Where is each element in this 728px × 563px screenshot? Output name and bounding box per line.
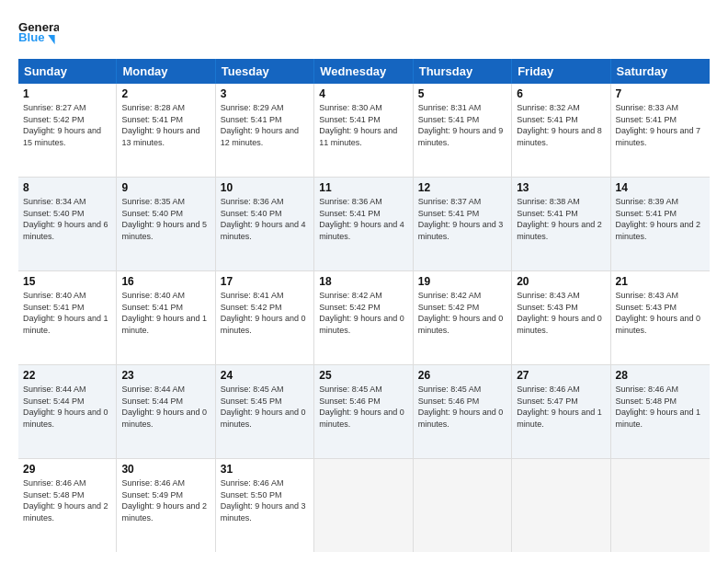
day-info: Sunrise: 8:32 AMSunset: 5:41 PMDaylight:… xyxy=(517,102,605,148)
day-number: 29 xyxy=(23,463,111,476)
day-number: 23 xyxy=(121,369,210,382)
day-info: Sunrise: 8:42 AMSunset: 5:42 PMDaylight:… xyxy=(418,290,506,336)
calendar-cell: 10Sunrise: 8:36 AMSunset: 5:40 PMDayligh… xyxy=(216,178,314,270)
calendar-cell: 25Sunrise: 8:45 AMSunset: 5:46 PMDayligh… xyxy=(314,365,413,458)
calendar-cell xyxy=(512,459,610,552)
calendar-cell: 13Sunrise: 8:38 AMSunset: 5:41 PMDayligh… xyxy=(512,178,610,270)
day-number: 5 xyxy=(418,87,506,100)
day-number: 1 xyxy=(23,87,111,100)
day-number: 31 xyxy=(221,463,309,476)
day-info: Sunrise: 8:42 AMSunset: 5:42 PMDaylight:… xyxy=(319,290,407,336)
day-info: Sunrise: 8:38 AMSunset: 5:41 PMDaylight:… xyxy=(517,196,605,242)
calendar-header: SundayMondayTuesdayWednesdayThursdayFrid… xyxy=(18,59,710,84)
day-number: 26 xyxy=(418,369,506,382)
day-info: Sunrise: 8:33 AMSunset: 5:41 PMDaylight:… xyxy=(616,102,705,148)
calendar-cell: 23Sunrise: 8:44 AMSunset: 5:44 PMDayligh… xyxy=(117,365,215,458)
header-day-sunday: Sunday xyxy=(18,59,117,84)
header: General Blue xyxy=(18,15,710,50)
day-info: Sunrise: 8:46 AMSunset: 5:47 PMDaylight:… xyxy=(517,384,605,430)
day-info: Sunrise: 8:45 AMSunset: 5:46 PMDaylight:… xyxy=(418,384,506,430)
day-info: Sunrise: 8:37 AMSunset: 5:41 PMDaylight:… xyxy=(418,196,506,242)
calendar-cell: 16Sunrise: 8:40 AMSunset: 5:41 PMDayligh… xyxy=(117,271,215,364)
day-number: 11 xyxy=(319,181,407,194)
header-day-wednesday: Wednesday xyxy=(314,59,413,84)
day-info: Sunrise: 8:28 AMSunset: 5:41 PMDaylight:… xyxy=(121,102,210,148)
calendar-cell: 22Sunrise: 8:44 AMSunset: 5:44 PMDayligh… xyxy=(18,365,117,458)
day-info: Sunrise: 8:43 AMSunset: 5:43 PMDaylight:… xyxy=(517,290,605,336)
calendar-body: 1Sunrise: 8:27 AMSunset: 5:42 PMDaylight… xyxy=(18,84,710,552)
day-number: 17 xyxy=(221,275,309,288)
day-info: Sunrise: 8:39 AMSunset: 5:41 PMDaylight:… xyxy=(616,196,705,242)
header-day-friday: Friday xyxy=(512,59,610,84)
logo: General Blue xyxy=(18,15,59,50)
calendar-cell: 26Sunrise: 8:45 AMSunset: 5:46 PMDayligh… xyxy=(414,365,512,458)
day-number: 22 xyxy=(23,369,111,382)
header-day-tuesday: Tuesday xyxy=(216,59,314,84)
header-day-saturday: Saturday xyxy=(611,59,710,84)
day-info: Sunrise: 8:27 AMSunset: 5:42 PMDaylight:… xyxy=(23,102,111,148)
day-info: Sunrise: 8:46 AMSunset: 5:48 PMDaylight:… xyxy=(616,384,705,430)
calendar-cell: 12Sunrise: 8:37 AMSunset: 5:41 PMDayligh… xyxy=(414,178,512,270)
day-number: 10 xyxy=(221,181,309,194)
calendar-cell: 27Sunrise: 8:46 AMSunset: 5:47 PMDayligh… xyxy=(512,365,610,458)
day-info: Sunrise: 8:44 AMSunset: 5:44 PMDaylight:… xyxy=(121,384,210,430)
calendar-cell xyxy=(611,459,710,552)
calendar-cell: 1Sunrise: 8:27 AMSunset: 5:42 PMDaylight… xyxy=(18,84,117,177)
day-info: Sunrise: 8:40 AMSunset: 5:41 PMDaylight:… xyxy=(23,290,111,336)
calendar-row-1: 1Sunrise: 8:27 AMSunset: 5:42 PMDaylight… xyxy=(18,84,710,178)
calendar-cell: 20Sunrise: 8:43 AMSunset: 5:43 PMDayligh… xyxy=(512,271,610,364)
calendar-cell xyxy=(414,459,512,552)
day-info: Sunrise: 8:45 AMSunset: 5:45 PMDaylight:… xyxy=(221,384,309,430)
day-number: 27 xyxy=(517,369,605,382)
header-day-thursday: Thursday xyxy=(414,59,512,84)
day-number: 13 xyxy=(517,181,605,194)
day-info: Sunrise: 8:29 AMSunset: 5:41 PMDaylight:… xyxy=(221,102,309,148)
calendar-row-5: 29Sunrise: 8:46 AMSunset: 5:48 PMDayligh… xyxy=(18,459,710,552)
calendar-cell: 9Sunrise: 8:35 AMSunset: 5:40 PMDaylight… xyxy=(117,178,215,270)
day-number: 3 xyxy=(221,87,309,100)
day-number: 30 xyxy=(121,463,210,476)
day-number: 7 xyxy=(616,87,705,100)
calendar-cell: 21Sunrise: 8:43 AMSunset: 5:43 PMDayligh… xyxy=(611,271,710,364)
calendar-cell: 24Sunrise: 8:45 AMSunset: 5:45 PMDayligh… xyxy=(216,365,314,458)
day-number: 28 xyxy=(616,369,705,382)
day-number: 24 xyxy=(221,369,309,382)
day-number: 16 xyxy=(121,275,210,288)
calendar: SundayMondayTuesdayWednesdayThursdayFrid… xyxy=(18,59,710,552)
calendar-cell: 18Sunrise: 8:42 AMSunset: 5:42 PMDayligh… xyxy=(314,271,413,364)
calendar-cell: 15Sunrise: 8:40 AMSunset: 5:41 PMDayligh… xyxy=(18,271,117,364)
svg-marker-2 xyxy=(48,35,54,44)
calendar-cell: 11Sunrise: 8:36 AMSunset: 5:41 PMDayligh… xyxy=(314,178,413,270)
day-info: Sunrise: 8:43 AMSunset: 5:43 PMDaylight:… xyxy=(616,290,705,336)
day-number: 6 xyxy=(517,87,605,100)
day-info: Sunrise: 8:31 AMSunset: 5:41 PMDaylight:… xyxy=(418,102,506,148)
header-day-monday: Monday xyxy=(117,59,215,84)
calendar-cell: 30Sunrise: 8:46 AMSunset: 5:49 PMDayligh… xyxy=(117,459,215,552)
calendar-cell xyxy=(314,459,413,552)
calendar-cell: 31Sunrise: 8:46 AMSunset: 5:50 PMDayligh… xyxy=(216,459,314,552)
day-info: Sunrise: 8:36 AMSunset: 5:41 PMDaylight:… xyxy=(319,196,407,242)
day-info: Sunrise: 8:45 AMSunset: 5:46 PMDaylight:… xyxy=(319,384,407,430)
day-number: 19 xyxy=(418,275,506,288)
calendar-cell: 2Sunrise: 8:28 AMSunset: 5:41 PMDaylight… xyxy=(117,84,215,177)
day-number: 8 xyxy=(23,181,111,194)
svg-text:Blue: Blue xyxy=(18,30,45,44)
day-info: Sunrise: 8:30 AMSunset: 5:41 PMDaylight:… xyxy=(319,102,407,148)
day-info: Sunrise: 8:46 AMSunset: 5:48 PMDaylight:… xyxy=(23,477,111,523)
day-info: Sunrise: 8:44 AMSunset: 5:44 PMDaylight:… xyxy=(23,384,111,430)
calendar-cell: 5Sunrise: 8:31 AMSunset: 5:41 PMDaylight… xyxy=(414,84,512,177)
logo-icon: General Blue xyxy=(18,15,59,50)
day-number: 9 xyxy=(121,181,210,194)
day-number: 14 xyxy=(616,181,705,194)
day-number: 12 xyxy=(418,181,506,194)
day-number: 4 xyxy=(319,87,407,100)
calendar-cell: 17Sunrise: 8:41 AMSunset: 5:42 PMDayligh… xyxy=(216,271,314,364)
day-info: Sunrise: 8:34 AMSunset: 5:40 PMDaylight:… xyxy=(23,196,111,242)
calendar-cell: 3Sunrise: 8:29 AMSunset: 5:41 PMDaylight… xyxy=(216,84,314,177)
day-number: 15 xyxy=(23,275,111,288)
calendar-cell: 7Sunrise: 8:33 AMSunset: 5:41 PMDaylight… xyxy=(611,84,710,177)
calendar-cell: 19Sunrise: 8:42 AMSunset: 5:42 PMDayligh… xyxy=(414,271,512,364)
calendar-cell: 29Sunrise: 8:46 AMSunset: 5:48 PMDayligh… xyxy=(18,459,117,552)
calendar-cell: 28Sunrise: 8:46 AMSunset: 5:48 PMDayligh… xyxy=(611,365,710,458)
day-info: Sunrise: 8:40 AMSunset: 5:41 PMDaylight:… xyxy=(121,290,210,336)
